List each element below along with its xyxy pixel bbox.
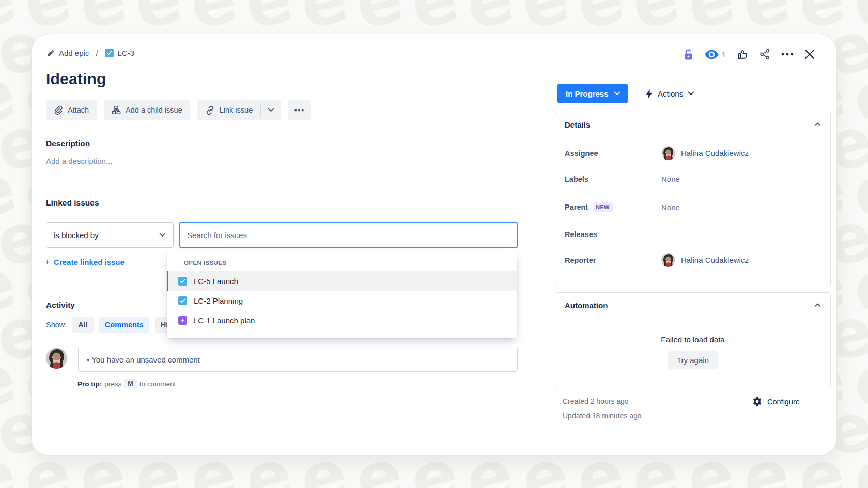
issue-search-input[interactable] bbox=[179, 222, 518, 248]
actions-label: Actions bbox=[658, 89, 683, 98]
status-button[interactable]: In Progress bbox=[557, 84, 628, 103]
breadcrumb-issue-key-label: LC-3 bbox=[118, 49, 135, 57]
comment-input[interactable]: • You have an unsaved comment bbox=[78, 348, 518, 372]
linked-issues-label: Linked issues bbox=[46, 198, 99, 208]
assignee-value[interactable]: Halina Cudakiewicz bbox=[661, 146, 749, 160]
keycap-m: M bbox=[124, 379, 136, 388]
parent-value[interactable]: None bbox=[661, 203, 680, 212]
link-issue-caret-button[interactable] bbox=[261, 100, 281, 120]
plus-icon: + bbox=[44, 257, 50, 267]
breadcrumb-issue-key[interactable]: LC-3 bbox=[105, 49, 135, 57]
header-action-icons: 1 bbox=[683, 46, 815, 62]
gear-icon bbox=[752, 397, 762, 406]
link-issue-button[interactable]: Link issue bbox=[197, 100, 260, 120]
hierarchy-icon bbox=[112, 105, 121, 115]
dropdown-item-label: LC-1 Launch plan bbox=[194, 316, 255, 325]
comment-placeholder: • You have an unsaved comment bbox=[87, 355, 200, 364]
linked-issues-row: is blocked by bbox=[46, 222, 518, 248]
attach-button[interactable]: Attach bbox=[46, 100, 97, 120]
lightning-icon bbox=[645, 89, 653, 99]
link-icon bbox=[205, 105, 215, 115]
filter-comments[interactable]: Comments bbox=[99, 317, 149, 333]
breadcrumb-separator: / bbox=[94, 49, 100, 57]
activity-label: Activity bbox=[46, 301, 75, 310]
toolbar-more-button[interactable] bbox=[288, 100, 311, 120]
epic-type-icon bbox=[178, 316, 187, 325]
chevron-down-icon bbox=[688, 91, 694, 96]
field-label: Releases bbox=[565, 230, 661, 239]
create-linked-issue-label: Create linked issue bbox=[54, 258, 125, 266]
configure-button[interactable]: Configure bbox=[752, 397, 800, 406]
avatar bbox=[661, 146, 675, 160]
dropdown-item-lc5[interactable]: LC-5 Launch bbox=[167, 271, 517, 291]
field-releases: Releases bbox=[565, 230, 821, 239]
field-parent: Parent NEW None bbox=[565, 202, 821, 212]
chevron-up-icon bbox=[814, 122, 821, 127]
created-timestamp: Created 2 hours ago bbox=[563, 397, 629, 405]
breadcrumb-add-epic-label: Add epic bbox=[59, 49, 89, 57]
description-placeholder[interactable]: Add a description... bbox=[46, 156, 112, 165]
field-labels: Labels None bbox=[565, 175, 821, 183]
configure-label: Configure bbox=[767, 398, 800, 406]
automation-error-text: Failed to load data bbox=[661, 335, 724, 344]
link-issue-split-button: Link issue bbox=[197, 100, 281, 120]
screen: eeeeeeeeeeeeeeeeeeeeeeeeeeeeeeeeeeeeeeee… bbox=[0, 0, 868, 488]
create-linked-issue-button[interactable]: + Create linked issue bbox=[44, 257, 125, 267]
watchers-count: 1 bbox=[722, 50, 726, 59]
labels-value[interactable]: None bbox=[661, 175, 680, 183]
watchers[interactable]: 1 bbox=[705, 50, 726, 59]
close-icon[interactable] bbox=[804, 49, 815, 59]
vote-thumbs-up-icon[interactable] bbox=[737, 49, 749, 60]
eye-icon bbox=[705, 50, 719, 59]
more-actions-icon[interactable] bbox=[781, 53, 794, 56]
automation-panel: Automation Failed to load data Try again bbox=[555, 292, 831, 386]
issue-title[interactable]: Ideating bbox=[46, 70, 106, 88]
field-label: Parent NEW bbox=[565, 202, 661, 212]
breadcrumb: Add epic / LC-3 bbox=[47, 49, 134, 57]
automation-panel-header[interactable]: Automation bbox=[555, 293, 830, 318]
try-again-button[interactable]: Try again bbox=[668, 351, 718, 369]
reporter-value[interactable]: Halina Cudakiewicz bbox=[661, 253, 749, 267]
avatar bbox=[661, 253, 675, 267]
link-issue-label: Link issue bbox=[220, 106, 253, 114]
pro-tip: Pro tip: press M to comment bbox=[78, 379, 176, 388]
chevron-down-icon bbox=[268, 108, 274, 112]
dropdown-item-lc2[interactable]: LC-2 Planning bbox=[167, 291, 517, 310]
new-badge: NEW bbox=[593, 202, 613, 212]
current-user-avatar[interactable] bbox=[46, 348, 67, 369]
updated-timestamp: Updated 18 minutes ago bbox=[563, 412, 642, 420]
pro-tip-prefix: Pro tip: bbox=[78, 380, 102, 388]
chevron-up-icon bbox=[814, 303, 821, 307]
task-type-icon bbox=[178, 277, 187, 286]
add-epic-button[interactable]: Add epic bbox=[47, 49, 89, 57]
details-panel-header[interactable]: Details bbox=[555, 112, 830, 137]
field-reporter: Reporter Halina Cudakiewicz bbox=[565, 253, 821, 267]
issue-search-dropdown: OPEN ISSUES LC-5 Launch LC-2 Planning LC… bbox=[167, 251, 517, 338]
details-panel: Details Assignee Halina Cudakiewicz Labe… bbox=[555, 112, 831, 285]
ellipsis-icon bbox=[295, 109, 304, 112]
pro-tip-suffix: to comment bbox=[140, 380, 176, 388]
dropdown-group-label: OPEN ISSUES bbox=[167, 259, 517, 271]
pro-tip-press: press bbox=[104, 380, 121, 388]
add-child-issue-button[interactable]: Add a child issue bbox=[104, 100, 190, 120]
share-icon[interactable] bbox=[760, 49, 770, 60]
field-label: Assignee bbox=[565, 149, 661, 158]
unlock-icon[interactable] bbox=[683, 49, 694, 60]
assignee-name: Halina Cudakiewicz bbox=[681, 149, 749, 158]
actions-button[interactable]: Actions bbox=[645, 84, 694, 103]
description-label: Description bbox=[46, 139, 90, 148]
dropdown-item-lc1[interactable]: LC-1 Launch plan bbox=[167, 310, 517, 330]
status-label: In Progress bbox=[566, 89, 609, 98]
link-relation-value: is blocked by bbox=[54, 231, 99, 240]
paperclip-icon bbox=[54, 105, 63, 115]
task-type-icon bbox=[105, 49, 114, 57]
attach-label: Attach bbox=[68, 106, 89, 114]
chevron-down-icon bbox=[159, 233, 166, 237]
filter-all[interactable]: All bbox=[72, 317, 94, 333]
link-relation-select[interactable]: is blocked by bbox=[46, 222, 174, 248]
field-label: Reporter bbox=[565, 256, 661, 264]
parent-label: Parent bbox=[565, 203, 588, 211]
dropdown-item-label: LC-2 Planning bbox=[194, 296, 243, 305]
task-type-icon bbox=[178, 296, 187, 305]
dropdown-item-label: LC-5 Launch bbox=[194, 277, 238, 286]
